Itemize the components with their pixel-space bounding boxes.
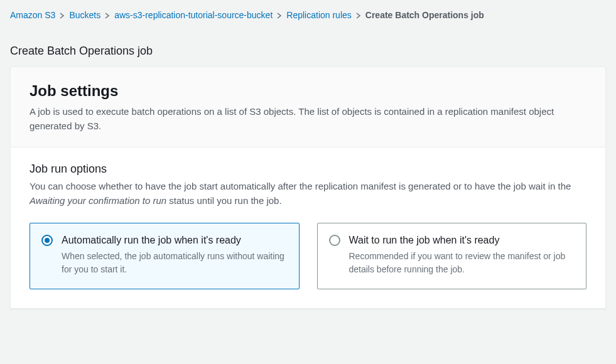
section-description-em: Awaiting your confirmation to run [30,195,166,206]
panel-header: Job settings A job is used to execute ba… [11,67,605,147]
section-description-pre: You can choose whether to have the job s… [30,181,571,191]
breadcrumb-source-bucket[interactable]: aws-s3-replication-tutorial-source-bucke… [114,9,273,22]
option-auto-run[interactable]: Automatically run the job when it's read… [30,223,300,289]
chevron-right-icon [104,13,111,19]
breadcrumb-replication-rules[interactable]: Replication rules [286,9,352,22]
panel-title: Job settings [30,82,586,100]
breadcrumb: Amazon S3 Buckets aws-s3-replication-tut… [0,0,616,26]
option-title: Wait to run the job when it's ready [349,233,575,247]
section-title: Job run options [30,163,586,176]
chevron-right-icon [276,13,283,19]
job-settings-panel: Job settings A job is used to execute ba… [10,67,606,309]
section-description: You can choose whether to have the job s… [30,179,586,208]
job-run-options-group: Automatically run the job when it's read… [30,223,586,289]
option-wait-run[interactable]: Wait to run the job when it's ready Reco… [317,223,587,289]
section-description-post: status until you run the job. [166,195,281,206]
radio-icon [41,235,53,246]
panel-body: Job run options You can choose whether t… [11,147,605,308]
option-content: Wait to run the job when it's ready Reco… [349,233,575,276]
option-description: When selected, the job automatically run… [62,250,288,276]
breadcrumb-amazon-s3[interactable]: Amazon S3 [10,9,55,22]
radio-icon [329,235,340,246]
page-title: Create Batch Operations job [0,26,616,67]
breadcrumb-buckets[interactable]: Buckets [69,9,100,22]
option-content: Automatically run the job when it's read… [62,233,288,276]
chevron-right-icon [59,13,65,19]
chevron-right-icon [355,13,362,19]
breadcrumb-current: Create Batch Operations job [365,9,484,22]
option-description: Recommended if you want to review the ma… [349,250,575,276]
option-title: Automatically run the job when it's read… [62,233,288,247]
panel-description: A job is used to execute batch operation… [30,105,586,133]
